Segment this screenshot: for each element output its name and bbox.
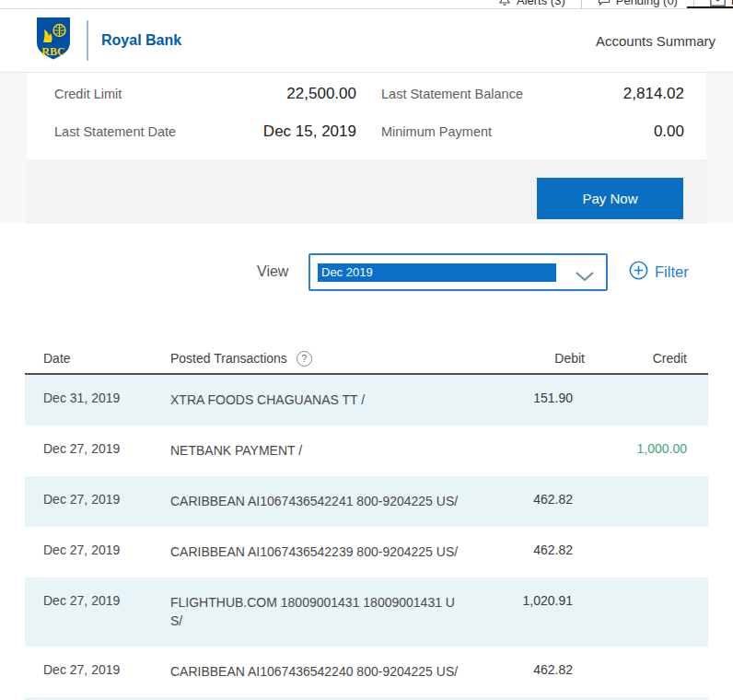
txn-debit: 1,020.91 <box>488 593 585 608</box>
brand-divider <box>87 20 88 61</box>
pending-label: Pending (0) <box>616 0 678 7</box>
txn-description: CARIBBEAN AI1067436542241 800-9204225 US… <box>170 492 488 510</box>
selected-period: Dec 2019 <box>318 263 556 282</box>
bell-icon <box>498 0 511 6</box>
statement-period-select[interactable]: Dec 2019 <box>308 253 608 291</box>
last-statement-balance-label: Last Statement Balance <box>381 87 523 101</box>
txn-date: Dec 31, 2019 <box>43 391 170 405</box>
txn-date: Dec 27, 2019 <box>43 662 170 677</box>
txn-date: Dec 27, 2019 <box>43 593 170 608</box>
table-row: Dec 27, 2019 FLIGHTHUB.COM 18009001431 1… <box>25 578 708 647</box>
txn-description: CARIBBEAN AI1067436542239 800-9204225 US… <box>170 542 488 561</box>
minimum-payment-label: Minimum Payment <box>381 124 492 139</box>
txn-credit: 1,000.00 <box>585 441 687 456</box>
account-summary-card: Credit Limit 22,500.00 Last Statement Ba… <box>27 73 706 223</box>
masthead: RBC Royal Bank Accounts Summary <box>0 9 733 72</box>
table-row: Dec 27, 2019 CARIBBEAN AI1067436542240 8… <box>25 647 708 697</box>
filter-button[interactable]: Filter <box>629 261 689 284</box>
table-row: Dec 27, 2019 CARIBBEAN AI1067436542241 8… <box>25 476 708 527</box>
txn-debit: 462.82 <box>488 492 585 507</box>
last-statement-balance-value: 2,814.02 <box>623 85 684 103</box>
txn-date: Dec 27, 2019 <box>43 492 170 507</box>
nav-accounts-summary[interactable]: Accounts Summary <box>596 33 716 49</box>
col-header-date: Date <box>43 351 170 366</box>
alerts-label: Alerts (3) <box>517 0 565 7</box>
pending-link[interactable]: Pending (0) <box>582 0 693 7</box>
last-statement-date-label: Last Statement Date <box>54 124 176 139</box>
txn-description: NETBANK PAYMENT / <box>170 441 488 460</box>
txn-description: CARIBBEAN AI1067436542240 800-9204225 US… <box>170 662 488 681</box>
table-row: Dec 27, 2019 CARIBBEAN AI1067436542239 8… <box>25 527 708 578</box>
rbc-shield-logo: RBC <box>35 18 72 64</box>
rbc-brand[interactable]: RBC Royal Bank <box>35 9 181 72</box>
txn-debit: 462.82 <box>488 542 585 557</box>
view-label: View <box>257 263 288 280</box>
minimum-payment-value: 0.00 <box>654 122 684 141</box>
plus-circle-icon <box>629 261 648 284</box>
col-header-debit: Debit <box>488 351 585 366</box>
credit-limit-value: 22,500.00 <box>286 85 356 103</box>
txn-description: FLIGHTHUB.COM 18009001431 18009001431 U … <box>170 593 488 630</box>
txn-date: Dec 27, 2019 <box>43 441 170 456</box>
txn-date: Dec 27, 2019 <box>43 542 170 557</box>
alerts-link[interactable]: Alerts (3) <box>483 0 581 7</box>
chevron-down-icon <box>575 269 595 286</box>
view-filter-row: View Dec 2019 Filter <box>0 253 733 291</box>
brand-name: Royal Bank <box>101 32 181 49</box>
account-summary-band: Credit Limit 22,500.00 Last Statement Ba… <box>0 72 733 223</box>
account-summary-fields: Credit Limit 22,500.00 Last Statement Ba… <box>27 73 706 159</box>
help-icon[interactable]: ? <box>297 351 312 367</box>
txn-description: XTRA FOODS CHAGUANAS TT / <box>170 391 488 409</box>
last-statement-date-value: Dec 15, 2019 <box>263 122 356 141</box>
top-utility-strip: Alerts (3) Pending (0) M <box>0 0 733 9</box>
chat-bubble-icon <box>598 0 611 6</box>
transactions-table: Date Posted Transactions ? Debit Credit … <box>25 344 708 700</box>
clipped-bar-edge <box>687 6 733 9</box>
table-row: Dec 27, 2019 NETBANK PAYMENT / 1,000.00 <box>25 426 708 476</box>
pay-section: Pay Now <box>27 159 706 224</box>
credit-limit-label: Credit Limit <box>54 87 122 101</box>
envelope-icon <box>710 0 726 6</box>
pay-now-button[interactable]: Pay Now <box>537 178 683 219</box>
filter-label: Filter <box>655 263 689 281</box>
svg-text:RBC: RBC <box>41 45 64 58</box>
txn-debit: 462.82 <box>488 662 585 677</box>
col-header-posted-transactions: Posted Transactions <box>170 351 287 366</box>
col-header-credit: Credit <box>585 351 687 366</box>
table-row: Dec 31, 2019 XTRA FOODS CHAGUANAS TT / 1… <box>25 375 708 426</box>
transactions-header-row: Date Posted Transactions ? Debit Credit <box>25 344 708 375</box>
txn-debit: 151.90 <box>488 391 585 405</box>
